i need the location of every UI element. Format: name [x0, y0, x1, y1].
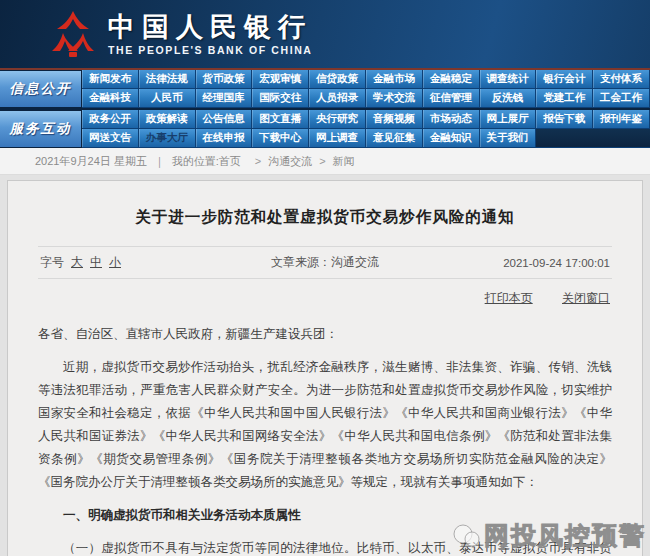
nav-item[interactable]: 网上调查 — [309, 129, 366, 148]
bank-name-block: 中国人民银行 THE PEOPLE'S BANK OF CHINA — [108, 12, 313, 56]
article-panel: 关于进一步防范和处置虚拟货币交易炒作风险的通知 字号 大 中 小 文章来源：沟通… — [7, 180, 643, 556]
nav-item[interactable]: 宏观审慎 — [252, 70, 309, 89]
nav-item[interactable]: 新闻发布 — [82, 70, 139, 89]
bank-name-english: THE PEOPLE'S BANK OF CHINA — [108, 44, 313, 56]
nav-item[interactable]: 信贷政策 — [309, 70, 366, 89]
breadcrumb-separator: > — [255, 155, 261, 167]
nav-item[interactable]: 在线申报 — [196, 129, 253, 148]
nav-item[interactable]: 征信管理 — [423, 89, 480, 108]
nav-item[interactable]: 政务公开 — [82, 110, 139, 129]
nav-item[interactable]: 报刊年鉴 — [593, 110, 650, 129]
nav-section-service-interaction: 服务互动 政务公开 政策解读 公告信息 图文直播 央行研究 音频视频 市场动态 … — [0, 108, 650, 148]
article-paragraph: 近期，虚拟货币交易炒作活动抬头，扰乱经济金融秩序，滋生赌博、非法集资、诈骗、传销… — [38, 356, 612, 494]
nav-item[interactable]: 金融科技 — [82, 89, 139, 108]
nav-item[interactable]: 学术交流 — [366, 89, 423, 108]
nav-item[interactable]: 人员招录 — [309, 89, 366, 108]
nav-item[interactable]: 政策解读 — [139, 110, 196, 129]
breadcrumb-date: 2021年9月24日 星期五 — [35, 154, 147, 169]
pboc-emblem-icon — [52, 10, 94, 58]
article-paragraph: 各省、自治区、直辖市人民政府，新疆生产建设兵团： — [38, 323, 612, 346]
page-title: 关于进一步防范和处置虚拟货币交易炒作风险的通知 — [38, 197, 612, 246]
breadcrumb-home-link[interactable]: 我的位置:首页 — [172, 154, 241, 169]
nav-section-label-service[interactable]: 服务互动 — [0, 110, 82, 148]
font-size-medium-button[interactable]: 中 — [90, 254, 102, 271]
font-size-large-button[interactable]: 大 — [71, 254, 83, 271]
breadcrumb-link-news[interactable]: 新闻 — [333, 154, 355, 169]
nav-item[interactable]: 办事大厅 — [139, 129, 196, 148]
nav-item[interactable]: 人民币 — [139, 89, 196, 108]
main-navigation: 信息公开 新闻发布 法律法规 货币政策 宏观审慎 信贷政策 金融市场 金融稳定 … — [0, 70, 650, 148]
breadcrumb-divider: ｜ — [154, 154, 165, 169]
nav-item[interactable]: 党建工作 — [536, 89, 593, 108]
breadcrumb: 2021年9月24日 星期五 ｜ 我的位置:首页 > 沟通交流 > 新闻 — [0, 148, 650, 175]
nav-item[interactable]: 央行研究 — [309, 110, 366, 129]
nav-item[interactable]: 意见征集 — [366, 129, 423, 148]
nav-item[interactable]: 网上展厅 — [480, 110, 537, 129]
nav-item[interactable]: 反洗钱 — [480, 89, 537, 108]
nav-grid-service: 政务公开 政策解读 公告信息 图文直播 央行研究 音频视频 市场动态 网上展厅 … — [82, 110, 650, 148]
nav-item[interactable]: 音频视频 — [366, 110, 423, 129]
nav-item[interactable]: 金融知识 — [423, 129, 480, 148]
font-size-small-button[interactable]: 小 — [109, 254, 121, 271]
nav-item[interactable]: 金融稳定 — [423, 70, 480, 89]
article-meta-row: 字号 大 中 小 文章来源：沟通交流 2021-09-24 17:00:01 — [38, 246, 612, 279]
nav-item[interactable]: 网送文告 — [82, 129, 139, 148]
nav-item[interactable]: 银行会计 — [536, 70, 593, 89]
nav-section-information-disclosure: 信息公开 新闻发布 法律法规 货币政策 宏观审慎 信贷政策 金融市场 金融稳定 … — [0, 70, 650, 108]
article-section-heading: 一、明确虚拟货币和相关业务活动本质属性 — [38, 504, 612, 527]
nav-item[interactable]: 公告信息 — [196, 110, 253, 129]
nav-item[interactable]: 工会工作 — [593, 89, 650, 108]
nav-item[interactable]: 国际交往 — [252, 89, 309, 108]
print-page-button[interactable]: 打印本页 — [485, 291, 533, 305]
nav-item[interactable]: 经理国库 — [196, 89, 253, 108]
article-tools: 打印本页 关闭窗口 — [38, 279, 612, 313]
nav-empty-filler — [536, 129, 650, 148]
nav-item[interactable]: 法律法规 — [139, 70, 196, 89]
nav-item[interactable]: 关于我们 — [480, 129, 537, 148]
nav-item[interactable]: 货币政策 — [196, 70, 253, 89]
bank-name-chinese: 中国人民银行 — [108, 12, 313, 42]
nav-item[interactable]: 调查统计 — [480, 70, 537, 89]
article-paragraph: （一）虚拟货币不具有与法定货币等同的法律地位。比特币、以太币、泰达币等虚拟货币具… — [38, 537, 612, 556]
font-size-label: 字号 — [40, 254, 64, 271]
nav-item[interactable]: 报告下载 — [536, 110, 593, 129]
close-window-button[interactable]: 关闭窗口 — [562, 291, 610, 305]
article-datetime: 2021-09-24 17:00:01 — [442, 257, 610, 269]
nav-item[interactable]: 图文直播 — [252, 110, 309, 129]
nav-item[interactable]: 下载中心 — [252, 129, 309, 148]
article-body: 各省、自治区、直辖市人民政府，新疆生产建设兵团： 近期，虚拟货币交易炒作活动抬头… — [38, 323, 612, 556]
nav-item[interactable]: 市场动态 — [423, 110, 480, 129]
font-size-controls: 字号 大 中 小 — [40, 254, 208, 271]
breadcrumb-separator: > — [319, 155, 325, 167]
breadcrumb-link-communication[interactable]: 沟通交流 — [268, 154, 312, 169]
nav-section-label-info[interactable]: 信息公开 — [0, 70, 82, 108]
nav-item[interactable]: 金融市场 — [366, 70, 423, 89]
site-header: 中国人民银行 THE PEOPLE'S BANK OF CHINA — [0, 0, 650, 70]
nav-grid-info: 新闻发布 法律法规 货币政策 宏观审慎 信贷政策 金融市场 金融稳定 调查统计 … — [82, 70, 650, 108]
nav-item[interactable]: 支付体系 — [593, 70, 650, 89]
article-source: 文章来源：沟通交流 — [208, 254, 443, 271]
